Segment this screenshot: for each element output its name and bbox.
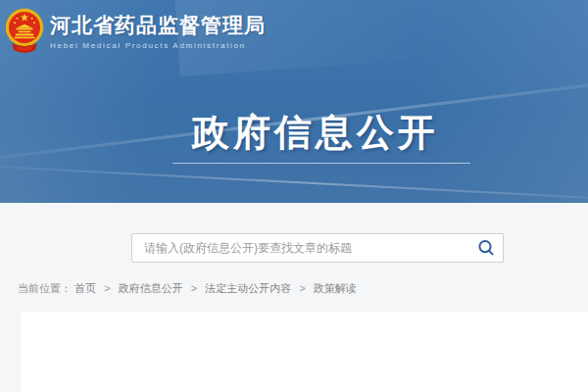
breadcrumb-label: 当前位置： — [18, 282, 72, 294]
banner-decor-streak — [0, 164, 588, 203]
page-title: 政府信息公开 — [22, 108, 588, 158]
search-button[interactable] — [469, 234, 503, 262]
breadcrumb-home[interactable]: 首页 — [74, 282, 96, 294]
site-header-banner: 河北省药品监督管理局 Hebei Medical Products Admini… — [0, 0, 588, 203]
search-input[interactable] — [132, 234, 469, 262]
breadcrumb-separator: > — [299, 282, 305, 294]
site-logo[interactable]: 河北省药品监督管理局 Hebei Medical Products Admini… — [5, 8, 266, 55]
breadcrumb-statutory-disclosure[interactable]: 法定主动公开内容 — [205, 282, 291, 294]
breadcrumb-separator: > — [104, 282, 110, 294]
national-emblem-icon — [5, 8, 44, 55]
breadcrumb-separator: > — [191, 282, 197, 294]
document-detail-card: 索引号 FGWJ-2024-10009 主题分类 法规文件 / 政策解读 标题 … — [21, 312, 588, 392]
breadcrumb: 当前位置： 首页 > 政府信息公开 > 法定主动公开内容 > 政策解读 — [18, 281, 357, 296]
breadcrumb-gov-info[interactable]: 政府信息公开 — [119, 282, 183, 294]
search-icon — [476, 238, 496, 258]
site-title: 河北省药品监督管理局 — [50, 14, 266, 37]
page-title-underline — [172, 163, 470, 164]
breadcrumb-policy-interpretation[interactable]: 政策解读 — [314, 282, 357, 294]
site-title-english: Hebei Medical Products Administration — [50, 41, 266, 50]
article-search-bar — [131, 233, 504, 263]
